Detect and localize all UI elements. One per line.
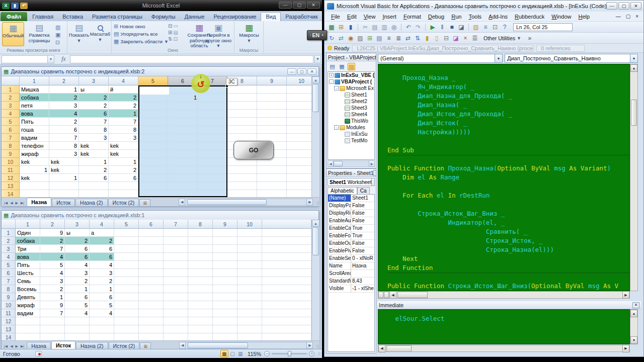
close-icon[interactable]: ✕	[632, 302, 639, 308]
full-screen-button[interactable]: ⊡	[55, 39, 60, 46]
freeze-panes-button[interactable]: ▦Закрепить области▼	[114, 38, 169, 45]
cell-r4c3[interactable]: 6	[65, 253, 90, 261]
row-header-11[interactable]: 11	[2, 309, 16, 317]
immediate-input[interactable]: elSour.Select	[378, 309, 630, 344]
scroll-right-icon[interactable]: ▶	[622, 291, 629, 299]
code-line-7[interactable]: Диап_Исток( _	[387, 119, 629, 128]
cell-r6c4[interactable]: 8	[109, 126, 138, 134]
code-line-10[interactable]: End Sub	[387, 146, 629, 155]
code-line-15[interactable]: For Each el In rDestRun	[387, 191, 629, 200]
cell-r12c4[interactable]: 6	[109, 174, 138, 182]
cell-r9c8[interactable]	[188, 293, 213, 301]
cell-r11c10[interactable]	[237, 309, 262, 317]
cell-r6c2[interactable]: 4	[40, 269, 65, 277]
code-line-22[interactable]: Next	[387, 254, 629, 263]
cell-r3c2[interactable]: 3	[49, 102, 79, 110]
reset-icon[interactable]: ■	[448, 23, 456, 31]
scrollbar-track[interactable]	[185, 199, 306, 206]
cell-r12c10[interactable]	[287, 174, 311, 182]
code-line-18[interactable]: Индикатор(el, _	[387, 218, 629, 227]
property-row-enableselec[interactable]: EnableSelec0 - xlNoR	[328, 255, 374, 262]
export-icon[interactable]: ⇄	[404, 34, 412, 42]
cell-r10c9[interactable]	[213, 301, 237, 309]
cell-r5c2[interactable]: 2	[49, 118, 79, 126]
cell-r11c8[interactable]	[227, 166, 257, 174]
add-module-icon[interactable]: ⊞	[366, 34, 374, 42]
column-header-9[interactable]: 9	[257, 76, 287, 85]
menu-view[interactable]: View	[360, 13, 379, 21]
property-value[interactable]: False	[351, 210, 374, 217]
last-sheet-button[interactable]: ▶|	[20, 201, 25, 205]
row-header-11[interactable]: 11	[2, 166, 20, 174]
page-layout-button[interactable]: ▤ Разметка страницы	[25, 22, 53, 46]
restore-button[interactable]: ▢	[626, 14, 630, 19]
scroll-right-icon[interactable]: ▶	[306, 342, 313, 349]
cell-filler[interactable]	[262, 317, 311, 325]
cell-r2c2[interactable]: 2	[40, 237, 65, 245]
import-icon[interactable]: ⇅	[414, 34, 422, 42]
paste-icon[interactable]: ▥	[380, 23, 388, 31]
cell-r8c4[interactable]: kek	[109, 142, 138, 150]
horizontal-scrollbar[interactable]: ◀ ▶	[179, 342, 313, 349]
tree-expander[interactable]: -	[329, 79, 334, 84]
minimize-button[interactable]: —	[279, 2, 292, 9]
first-sheet-button[interactable]: |◀	[3, 344, 9, 348]
split-icon[interactable]: ⊟	[168, 23, 172, 29]
cell-r14c4[interactable]	[109, 190, 138, 197]
cell-r1c5[interactable]	[114, 229, 139, 237]
sheet-tab-назна[interactable]: Назна	[27, 342, 51, 349]
column-header-9[interactable]: 9	[213, 220, 237, 229]
object-combo[interactable]: (General) ▼	[378, 54, 503, 63]
code-editor[interactable]: Проход_Назна _ Яч_Индикатор( _ Диап_Назн…	[378, 64, 630, 291]
ribbon-tab-рецензирование[interactable]: Рецензирование	[209, 13, 261, 21]
tree-item-microsoft-ex[interactable]: -Microsoft Ex	[328, 85, 374, 92]
normal-view-button[interactable]: ▦ Обычный	[2, 22, 24, 46]
column-header-3[interactable]: 3	[79, 76, 109, 85]
row-header-13[interactable]: 13	[2, 182, 20, 190]
cell-r8c2[interactable]: 2	[40, 285, 65, 293]
next-sheet-button[interactable]: ▶	[15, 344, 19, 348]
cell-r9c2[interactable]: 3	[49, 150, 79, 158]
insert-sheet-tab[interactable]: ⊞	[139, 199, 150, 206]
cell-r6c2[interactable]: 6	[49, 126, 79, 134]
cell-r8c9[interactable]	[213, 285, 237, 293]
menu-window[interactable]: Window	[548, 13, 575, 21]
split-handle[interactable]	[378, 292, 383, 298]
scrollbar-track[interactable]	[385, 345, 622, 352]
scroll-up-icon[interactable]: ▲	[630, 310, 637, 317]
cell-r7c4[interactable]: 3	[109, 134, 138, 142]
insert-sheet-tab[interactable]: ⊞	[140, 342, 151, 349]
new-window-button[interactable]: ⊞Новое окно	[114, 23, 145, 30]
scrollbar-track[interactable]	[334, 160, 369, 167]
code-line-19[interactable]: Сравнить( _	[387, 227, 629, 236]
split-handle[interactable]	[384, 292, 389, 298]
save-icon[interactable]: ▮	[11, 3, 19, 9]
cell-r1c2[interactable]: 9	[40, 229, 65, 237]
code-line-25[interactable]: Public Function Строка_Исток_Шаг_Вниз(Op…	[387, 282, 629, 291]
cell-r5c1[interactable]: Пять	[20, 118, 49, 126]
cell-r7c4[interactable]: 2	[90, 277, 114, 285]
cell-r11c6[interactable]	[139, 309, 164, 317]
code-line-3[interactable]: Яч_Индикатор( _	[387, 82, 629, 92]
code-line-8[interactable]: Настройка)))))	[387, 128, 629, 137]
resize-grip[interactable]: ⠿	[316, 201, 319, 206]
cell-r1c4[interactable]: а	[90, 229, 114, 237]
cell-r8c6[interactable]	[139, 285, 164, 293]
cell-r11c7[interactable]	[164, 309, 188, 317]
cell-r8c3[interactable]: 1	[65, 285, 90, 293]
property-value[interactable]: False	[351, 202, 374, 209]
row-header-10[interactable]: 10	[2, 301, 16, 309]
cell-r4c3[interactable]: 6	[79, 110, 109, 118]
tree-expander[interactable]: -	[334, 125, 339, 130]
row-header-5[interactable]: 5	[2, 118, 20, 126]
tree-item-inexsu[interactable]: InExSu	[328, 131, 374, 137]
column-header-10[interactable]: 10	[237, 220, 262, 229]
maximize-button[interactable]: ▢	[293, 2, 306, 9]
cell-filler[interactable]	[262, 269, 311, 277]
refresh-icon[interactable]: ↻	[328, 34, 336, 42]
cell-r13c1[interactable]	[20, 182, 49, 190]
cell-r4c6[interactable]	[139, 253, 164, 261]
horizontal-scrollbar[interactable]: ◀ ▶	[378, 345, 630, 352]
cell-r12c8[interactable]	[227, 174, 257, 182]
view-code-icon[interactable]: ▤	[329, 63, 336, 70]
